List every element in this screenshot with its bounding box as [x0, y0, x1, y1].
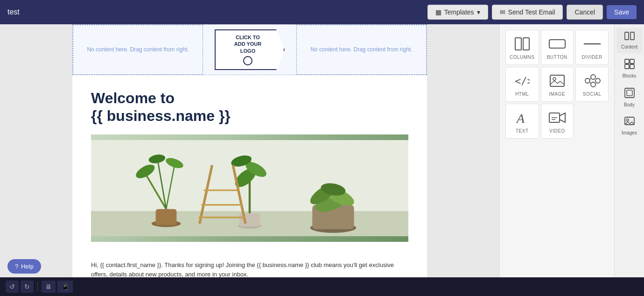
save-button[interactable]: Save — [607, 5, 637, 19]
content-tab-label: Content — [621, 44, 637, 49]
svg-rect-66 — [625, 32, 629, 40]
templates-icon: ▦ — [435, 8, 441, 16]
desktop-view-button[interactable]: 🖥 — [42, 281, 56, 293]
svg-point-56 — [591, 75, 595, 79]
svg-rect-70 — [625, 64, 629, 69]
html-label: HTML — [515, 92, 529, 97]
email-header-left-placeholder[interactable]: No content here. Drag content from right… — [73, 25, 203, 75]
nav-item-images[interactable]: Images — [616, 113, 643, 139]
email-welcome-section[interactable]: Welcome to{{ business.name }} — [72, 75, 427, 251]
redo-button[interactable]: ↻ — [21, 281, 34, 293]
svg-line-60 — [590, 82, 591, 83]
templates-button[interactable]: ▦ Templates ▾ — [427, 5, 488, 20]
svg-text:</>: </> — [515, 75, 530, 87]
svg-rect-69 — [630, 59, 634, 63]
video-label: VIDEO — [549, 128, 565, 134]
email-icon: ✉ — [500, 8, 505, 16]
content-grid: COLUMNS BUTTON — [505, 30, 609, 139]
content-panel: COLUMNS BUTTON — [500, 24, 614, 277]
svg-point-57 — [591, 82, 595, 87]
divider-label: DIVIDER — [582, 55, 602, 60]
cancel-button[interactable]: Cancel — [567, 5, 603, 20]
undo-button[interactable]: ↺ — [6, 281, 19, 293]
hero-image[interactable] — [91, 134, 408, 242]
button-icon — [549, 37, 566, 51]
svg-rect-73 — [627, 90, 632, 96]
content-item-button[interactable]: BUTTON — [541, 30, 574, 65]
svg-rect-12 — [239, 213, 260, 226]
logo-placeholder[interactable]: CLICK TO ADD YOUR LOGO — [215, 29, 285, 70]
logo-circle — [243, 56, 252, 65]
main: No content here. Drag content from right… — [0, 24, 644, 277]
content-item-columns[interactable]: COLUMNS — [505, 30, 539, 65]
blocks-tab-icon — [624, 59, 635, 71]
tablet-icon: 📱 — [61, 283, 69, 290]
content-item-image[interactable]: IMAGE — [541, 67, 574, 102]
email-body-text: Hi, {{ contact.first_name }}. Thanks for… — [72, 251, 427, 277]
chevron-down-icon: ▾ — [477, 8, 480, 16]
svg-rect-50 — [549, 40, 565, 48]
svg-point-54 — [553, 78, 556, 80]
help-icon: ? — [15, 263, 18, 270]
svg-point-58 — [595, 78, 600, 83]
canvas-inner: No content here. Drag content from right… — [72, 24, 427, 277]
svg-rect-72 — [625, 88, 634, 98]
email-logo-area[interactable]: CLICK TO ADD YOUR LOGO — [203, 25, 296, 75]
content-item-divider[interactable]: DIVIDER — [575, 30, 609, 65]
blocks-tab-label: Blocks — [623, 73, 636, 78]
text-icon: A — [516, 111, 529, 125]
columns-icon — [515, 37, 530, 51]
images-tab-icon — [624, 117, 635, 128]
logo-text: CLICK TO ADD YOUR LOGO — [234, 34, 261, 54]
image-icon — [550, 74, 565, 88]
html-icon: </> — [515, 74, 530, 88]
video-icon — [549, 111, 566, 125]
content-item-social[interactable]: SOCIAL — [575, 67, 609, 102]
social-label: SOCIAL — [583, 92, 602, 97]
page-title: test — [7, 8, 20, 16]
divider-icon — [584, 37, 601, 51]
canvas-area[interactable]: No content here. Drag content from right… — [0, 24, 499, 277]
svg-rect-53 — [550, 75, 564, 86]
social-icon — [584, 74, 601, 88]
send-test-button[interactable]: ✉ Send Test Email — [492, 5, 563, 20]
svg-text:A: A — [516, 111, 525, 125]
email-header-right-placeholder[interactable]: No content here. Drag content from right… — [296, 25, 427, 75]
content-item-html[interactable]: </> HTML — [505, 67, 539, 102]
nav-item-body[interactable]: Body — [616, 84, 643, 111]
text-label: TEXT — [516, 128, 529, 134]
welcome-heading: Welcome to{{ business.name }} — [91, 89, 408, 125]
svg-point-55 — [585, 78, 590, 83]
image-label: IMAGE — [549, 92, 566, 97]
toolbar-separator — [37, 282, 38, 291]
svg-rect-49 — [523, 38, 529, 50]
right-sidebar: COLUMNS BUTTON — [499, 24, 644, 277]
svg-rect-48 — [515, 38, 521, 50]
content-tab-icon — [624, 32, 635, 42]
nav-item-content[interactable]: Content — [616, 28, 643, 53]
right-nav: Content Blocks — [614, 24, 644, 277]
help-button[interactable]: ? Help — [7, 259, 41, 274]
body-tab-label: Body — [624, 102, 635, 107]
svg-line-59 — [590, 78, 591, 79]
button-label: BUTTON — [547, 55, 567, 60]
body-tab-icon — [624, 88, 635, 100]
header: test ▦ Templates ▾ ✉ Send Test Email Can… — [0, 0, 644, 24]
svg-rect-71 — [630, 64, 634, 69]
nav-item-blocks[interactable]: Blocks — [616, 55, 643, 82]
svg-rect-67 — [630, 32, 634, 40]
tablet-view-button[interactable]: 📱 — [57, 281, 73, 293]
header-actions: ▦ Templates ▾ ✉ Send Test Email Cancel S… — [427, 5, 637, 20]
svg-rect-68 — [625, 59, 629, 63]
desktop-icon: 🖥 — [45, 283, 52, 290]
svg-rect-4 — [156, 209, 177, 225]
svg-point-75 — [626, 119, 629, 121]
content-item-text[interactable]: A TEXT — [505, 104, 539, 139]
undo-icon: ↺ — [9, 283, 15, 290]
email-header-row: No content here. Drag content from right… — [72, 24, 427, 75]
columns-label: COLUMNS — [510, 55, 535, 60]
bottom-bar: ↺ ↻ 🖥 📱 — [0, 277, 644, 296]
redo-icon: ↻ — [24, 283, 30, 290]
content-item-video[interactable]: VIDEO — [541, 104, 574, 139]
images-tab-label: Images — [622, 130, 637, 135]
